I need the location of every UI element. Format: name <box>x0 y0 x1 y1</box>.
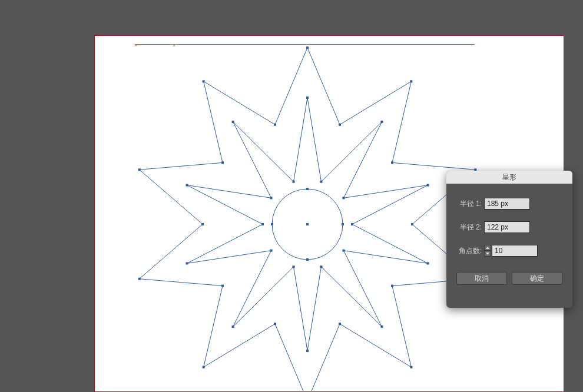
svg-rect-31 <box>320 265 322 268</box>
svg-rect-24 <box>380 121 383 123</box>
svg-rect-20 <box>274 124 276 126</box>
radius2-input[interactable] <box>484 221 530 233</box>
radius2-row: 半径 2: <box>456 221 563 233</box>
svg-rect-44 <box>342 223 344 225</box>
radius1-label: 半径 1: <box>456 199 482 209</box>
svg-rect-34 <box>232 325 234 328</box>
svg-rect-37 <box>261 223 264 225</box>
svg-rect-6 <box>411 223 413 225</box>
dialog-buttons: 取消 确定 <box>456 272 563 285</box>
cancel-button[interactable]: 取消 <box>456 272 507 285</box>
svg-rect-19 <box>203 80 205 82</box>
svg-rect-18 <box>221 161 224 164</box>
ok-button[interactable]: 确定 <box>512 272 562 285</box>
svg-rect-13 <box>203 366 205 368</box>
svg-rect-38 <box>186 184 188 187</box>
svg-rect-45 <box>306 258 309 261</box>
svg-rect-16 <box>201 223 204 225</box>
svg-rect-4 <box>391 161 393 164</box>
svg-rect-8 <box>391 285 393 287</box>
svg-rect-29 <box>342 250 344 252</box>
svg-rect-35 <box>270 250 273 252</box>
svg-rect-36 <box>186 262 188 264</box>
dialog-body: 半径 1: 半径 2: 角点数: 取消 确定 <box>446 184 572 293</box>
svg-rect-10 <box>339 323 341 325</box>
dialog-title: 星形 <box>446 171 572 184</box>
svg-rect-39 <box>270 197 273 199</box>
svg-rect-25 <box>342 197 344 199</box>
points-row: 角点数: <box>456 245 563 257</box>
points-stepper <box>484 245 491 257</box>
points-input[interactable] <box>492 245 538 257</box>
svg-rect-27 <box>351 223 353 225</box>
svg-rect-23 <box>320 181 322 183</box>
svg-rect-1 <box>306 46 309 49</box>
svg-rect-33 <box>293 265 295 268</box>
svg-rect-30 <box>380 325 383 328</box>
svg-rect-28 <box>426 262 429 264</box>
radius2-label: 半径 2: <box>456 222 482 232</box>
svg-rect-14 <box>221 285 224 287</box>
points-label: 角点数: <box>456 246 482 256</box>
star-dialog: 星形 半径 1: 半径 2: 角点数: 取消 <box>446 171 572 308</box>
svg-rect-22 <box>306 97 309 99</box>
canvas-artwork[interactable] <box>137 38 478 391</box>
svg-rect-46 <box>271 223 273 225</box>
chevron-down-icon <box>486 253 489 255</box>
svg-rect-17 <box>138 168 141 171</box>
svg-rect-32 <box>306 350 309 352</box>
svg-rect-2 <box>339 124 341 126</box>
svg-rect-40 <box>232 121 234 123</box>
svg-rect-9 <box>410 366 412 368</box>
svg-rect-26 <box>426 184 429 187</box>
svg-rect-43 <box>306 188 309 190</box>
svg-rect-12 <box>274 323 276 325</box>
svg-rect-47 <box>306 223 309 225</box>
svg-rect-3 <box>410 80 412 82</box>
svg-rect-41 <box>293 181 295 183</box>
chevron-up-icon <box>486 247 489 249</box>
radius1-row: 半径 1: <box>456 198 563 210</box>
stepper-down-button[interactable] <box>484 251 491 257</box>
radius1-input[interactable] <box>484 198 530 210</box>
stepper-up-button[interactable] <box>484 245 491 251</box>
svg-rect-15 <box>138 278 141 280</box>
